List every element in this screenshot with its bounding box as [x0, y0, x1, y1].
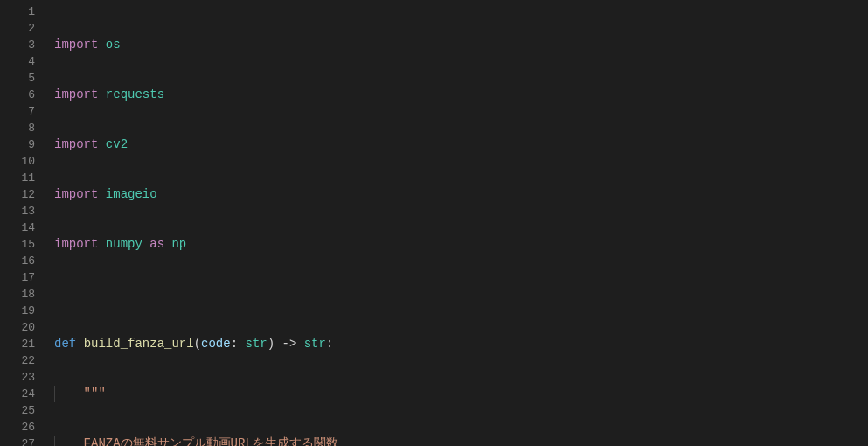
code-line[interactable]: """: [54, 386, 868, 402]
module-name: numpy: [106, 237, 142, 251]
keyword-import: import: [54, 137, 98, 151]
line-number: 5: [0, 70, 54, 87]
docstring-open: """: [84, 387, 106, 401]
line-number: 1: [0, 3, 54, 20]
line-number: 16: [0, 253, 54, 269]
line-number: 8: [0, 120, 54, 136]
line-number: 26: [0, 419, 54, 436]
code-line[interactable]: [54, 286, 868, 303]
code-line[interactable]: import requests: [54, 87, 868, 103]
code-line[interactable]: FANZAの無料サンプル動画URLを生成する関数: [54, 436, 868, 446]
code-area[interactable]: import os import requests import cv2 imp…: [54, 0, 868, 446]
line-number: 25: [0, 402, 54, 419]
module-name: imageio: [106, 187, 157, 201]
alias: np: [171, 237, 186, 251]
line-number: 14: [0, 220, 54, 236]
line-number: 13: [0, 203, 54, 220]
line-number: 27: [0, 436, 54, 446]
line-number: 9: [0, 136, 54, 153]
return-type: str: [304, 337, 326, 351]
module-name: os: [106, 38, 121, 52]
code-line[interactable]: import numpy as np: [54, 236, 868, 253]
line-number: 17: [0, 269, 54, 286]
keyword-def: def: [54, 337, 76, 351]
line-number: 6: [0, 87, 54, 103]
line-number: 19: [0, 303, 54, 319]
line-number: 20: [0, 319, 54, 336]
line-number: 7: [0, 103, 54, 120]
line-number: 23: [0, 369, 54, 386]
line-number: 21: [0, 336, 54, 352]
line-number: 10: [0, 153, 54, 170]
line-number: 3: [0, 37, 54, 53]
code-line[interactable]: def build_fanza_url(code: str) -> str:: [54, 336, 868, 352]
function-name: build_fanza_url: [84, 337, 194, 351]
line-number: 2: [0, 20, 54, 37]
line-number: 15: [0, 236, 54, 253]
keyword-import: import: [54, 38, 98, 52]
line-number: 24: [0, 386, 54, 402]
keyword-import: import: [54, 87, 98, 101]
module-name: requests: [106, 87, 164, 101]
code-line[interactable]: import imageio: [54, 186, 868, 203]
code-line[interactable]: import os: [54, 37, 868, 53]
keyword-import: import: [54, 187, 98, 201]
line-number: 18: [0, 286, 54, 303]
keyword-import: import: [54, 237, 98, 251]
line-number: 4: [0, 53, 54, 70]
param: code: [201, 337, 231, 351]
code-editor[interactable]: 1 2 3 4 5 6 7 8 9 10 11 12 13 14 15 16 1…: [0, 0, 868, 446]
code-line[interactable]: import cv2: [54, 136, 868, 153]
line-number: 12: [0, 186, 54, 203]
docstring-text: FANZAの無料サンプル動画URLを生成する関数: [84, 436, 338, 446]
line-number-gutter: 1 2 3 4 5 6 7 8 9 10 11 12 13 14 15 16 1…: [0, 0, 54, 446]
line-number: 11: [0, 170, 54, 186]
module-name: cv2: [106, 137, 128, 151]
keyword-as: as: [149, 237, 164, 251]
line-number: 22: [0, 352, 54, 369]
type: str: [245, 337, 267, 351]
